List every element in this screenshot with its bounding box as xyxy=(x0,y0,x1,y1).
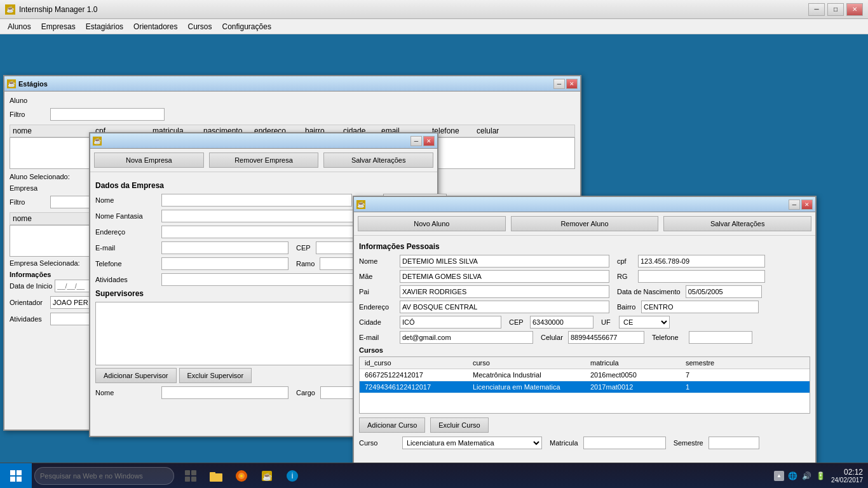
nome-supervisor-label: Nome xyxy=(95,389,159,396)
aluno-selecionado-label: Aluno Selecionado: xyxy=(10,173,70,180)
cpf-input[interactable] xyxy=(638,255,765,268)
menu-cursos[interactable]: Cursos xyxy=(182,21,217,32)
telefone-aluno-input[interactable] xyxy=(689,331,752,344)
data-nasc-input[interactable] xyxy=(686,285,762,298)
taskbar-items: ☕ i xyxy=(179,464,774,487)
extra-app-btn[interactable]: i xyxy=(281,464,304,487)
table-row[interactable]: 72494346122412017 Licenciatura em Matema… xyxy=(360,381,810,393)
nova-empresa-btn[interactable]: Nova Empresa xyxy=(94,152,204,168)
clock-time: 02:12 xyxy=(831,468,863,477)
cidade-label: Cidade xyxy=(359,318,397,326)
tray-battery-icon[interactable]: 🔋 xyxy=(816,471,826,481)
col-nome: nome xyxy=(13,126,95,135)
aluno-close[interactable]: ✕ xyxy=(801,200,813,210)
nome-aluno-input[interactable] xyxy=(400,255,609,268)
semestre-select-input[interactable] xyxy=(709,437,759,449)
empresa-minimize[interactable]: ─ xyxy=(410,136,422,146)
aluno-minimize[interactable]: ─ xyxy=(789,200,800,210)
menu-empresas[interactable]: Empresas xyxy=(36,21,81,32)
pai-input[interactable] xyxy=(400,285,609,298)
empresa-close[interactable]: ✕ xyxy=(423,136,435,146)
adicionar-curso-btn[interactable]: Adicionar Curso xyxy=(359,417,425,433)
excluir-curso-btn[interactable]: Excluir Curso xyxy=(430,417,488,433)
curso-mat-2: 2017mat0012 xyxy=(588,383,683,391)
svg-rect-7 xyxy=(191,477,196,482)
endereco-aluno-input[interactable] xyxy=(400,301,609,313)
menu-estagiarios[interactable]: Estagiários xyxy=(81,21,128,32)
file-explorer-btn[interactable] xyxy=(205,464,227,487)
filtro-row: Filtro xyxy=(10,108,575,121)
tray-network-icon[interactable]: 🌐 xyxy=(788,471,798,481)
cidade-input[interactable] xyxy=(400,316,501,329)
telefone-empresa-input[interactable] xyxy=(161,257,288,270)
nome-empresa-label: Nome xyxy=(95,196,159,204)
nome-fantasia-label: Nome Fantasia xyxy=(95,212,159,220)
svg-rect-3 xyxy=(17,477,22,482)
rg-input[interactable] xyxy=(638,270,765,283)
estagios-close[interactable]: ✕ xyxy=(566,79,578,89)
aluno-content: Informações Pessoais Nome cpf Mãe RG Pai… xyxy=(354,238,815,456)
empresa-title-bar: ☕ ─ ✕ xyxy=(90,133,437,149)
salvar-empresa-btn[interactable]: Salvar Alterações xyxy=(323,152,433,168)
menu-alunos[interactable]: Alunos xyxy=(3,21,36,32)
taskbar-search[interactable] xyxy=(34,467,174,485)
maximize-btn[interactable]: □ xyxy=(827,3,844,16)
aluno-btn-row: Novo Aluno Remover Aluno Salvar Alteraçõ… xyxy=(354,212,815,236)
endereco-bairro-row: Endereço Bairro xyxy=(359,301,810,313)
email-empresa-input[interactable] xyxy=(161,241,288,254)
salvar-aluno-btn[interactable]: Salvar Alterações xyxy=(663,216,811,231)
col-matricula: matricula xyxy=(588,358,683,367)
svg-text:☕: ☕ xyxy=(262,471,272,481)
ramo-label: Ramo xyxy=(296,260,315,268)
curso-nome-2: Licenciatura em Matematica xyxy=(470,383,588,391)
task-manager-btn[interactable] xyxy=(179,464,202,487)
minimize-btn[interactable]: ─ xyxy=(808,3,825,16)
estagios-icon: ☕ xyxy=(7,79,16,88)
celular-input[interactable] xyxy=(568,331,644,344)
remover-aluno-btn[interactable]: Remover Aluno xyxy=(511,216,659,231)
informacoes-pessoais-title: Informações Pessoais xyxy=(359,242,810,251)
excluir-supervisor-btn[interactable]: Excluir Supervisor xyxy=(179,368,252,383)
bairro-label: Bairro xyxy=(617,303,636,311)
svg-rect-0 xyxy=(10,470,15,475)
estagios-minimize[interactable]: ─ xyxy=(553,79,565,89)
curso-dropdown[interactable]: Licenciatura em Matematica Mecatrônica I… xyxy=(402,437,542,449)
adicionar-supervisor-btn[interactable]: Adicionar Supervisor xyxy=(95,368,177,383)
curso-select-row: Curso Licenciatura em Matematica Mecatrô… xyxy=(359,437,810,449)
cursos-section-label: Cursos xyxy=(359,346,810,354)
svg-point-12 xyxy=(240,475,243,477)
tray-icons: ▲ 🌐 🔊 🔋 xyxy=(774,471,826,481)
cep-aluno-input[interactable] xyxy=(530,316,593,329)
nome-empresa-input[interactable] xyxy=(161,194,352,207)
close-btn[interactable]: ✕ xyxy=(846,3,863,16)
email-aluno-input[interactable] xyxy=(400,331,533,344)
firefox-btn[interactable] xyxy=(230,464,253,487)
curso-sem-1: 7 xyxy=(683,370,747,379)
menu-configuracoes[interactable]: Configurações xyxy=(217,21,276,32)
novo-aluno-btn[interactable]: Novo Aluno xyxy=(358,216,506,231)
cursos-table[interactable]: id_curso curso matricula semestre 666725… xyxy=(359,356,810,414)
table-row[interactable]: 666725122412017 Mecatrônica Industrial 2… xyxy=(360,369,810,381)
menu-orientadores[interactable]: Orientadores xyxy=(128,21,182,32)
aluno-row: Aluno xyxy=(10,97,575,104)
telefone-empresa-label: Telefone xyxy=(95,260,159,268)
curso-btn-row: Adicionar Curso Excluir Curso xyxy=(359,417,810,433)
java-app-btn[interactable]: ☕ xyxy=(255,464,278,487)
tray-up-icon[interactable]: ▲ xyxy=(774,471,784,481)
nome-supervisor-input[interactable] xyxy=(161,386,288,399)
empresa-icon: ☕ xyxy=(93,137,102,146)
tray-sound-icon[interactable]: 🔊 xyxy=(802,471,812,481)
matricula-select-input[interactable] xyxy=(583,437,666,449)
remover-empresa-btn[interactable]: Remover Empresa xyxy=(209,152,319,168)
svg-rect-9 xyxy=(210,472,215,475)
aluno-controls: ─ ✕ xyxy=(789,200,813,210)
mae-input[interactable] xyxy=(400,270,609,283)
start-button[interactable] xyxy=(0,463,32,489)
uf-select[interactable]: CE SP RJ xyxy=(619,316,670,329)
estagios-title: Estágios xyxy=(18,80,553,88)
nome-aluno-label: Nome xyxy=(359,257,397,265)
endereco-empresa-label: Endereço xyxy=(95,228,159,236)
filtro-input[interactable] xyxy=(50,108,165,121)
bairro-input[interactable] xyxy=(641,301,759,313)
desktop: ☕ Estágios ─ ✕ Aluno Filtro nome cpf mat… xyxy=(0,69,868,488)
